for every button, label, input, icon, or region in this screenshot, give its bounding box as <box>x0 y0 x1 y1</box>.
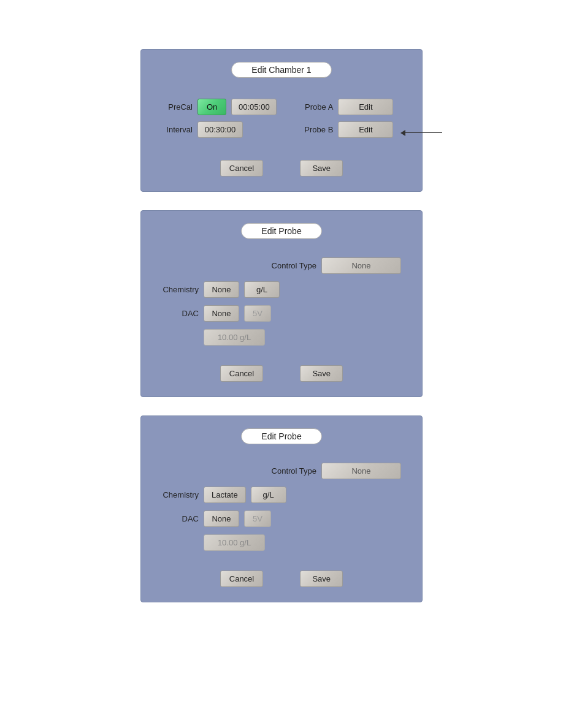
panel3-cancel-button[interactable]: Cancel <box>220 571 263 587</box>
edit-chamber-panel: Edit Chamber 1 PreCal On 00:05:00 Interv… <box>140 49 423 192</box>
panel2-value-display: 10.00 g/L <box>204 329 265 346</box>
panel3-dac-5v-button: 5V <box>244 510 271 527</box>
panel2-save-button[interactable]: Save <box>300 365 343 382</box>
panel2-chemistry-label: Chemistry <box>162 285 199 294</box>
panel2-cancel-button[interactable]: Cancel <box>220 365 263 382</box>
panel3-chem-gl-button[interactable]: g/L <box>251 487 286 503</box>
panel3-dac-label: DAC <box>162 514 199 523</box>
panel3-control-type-button[interactable]: None <box>321 463 401 479</box>
arrow-head-icon <box>400 130 405 136</box>
edit-probe-panel-1: Edit Probe Control Type None Chemistry N… <box>140 210 423 397</box>
precal-time: 00:05:00 <box>231 99 277 115</box>
panel3-chemistry-label: Chemistry <box>162 490 199 499</box>
panel2-dac-none-button[interactable]: None <box>204 305 239 322</box>
probe-a-label: Probe A <box>301 102 333 112</box>
panel1-title: Edit Chamber 1 <box>231 62 331 78</box>
panel3-control-type-label: Control Type <box>272 466 316 476</box>
arrow-line <box>405 132 442 133</box>
panel3-value-display: 10.00 g/L <box>204 534 265 551</box>
probe-b-label: Probe B <box>301 125 333 134</box>
arrow-annotation <box>400 130 442 136</box>
panel2-chem-none-button[interactable]: None <box>204 281 239 298</box>
panel3-chem-lactate-button[interactable]: Lactate <box>204 487 246 503</box>
precal-label: PreCal <box>162 102 193 112</box>
panel3-dac-none-button[interactable]: None <box>204 510 239 527</box>
probe-a-edit-button[interactable]: Edit <box>338 99 393 115</box>
interval-time: 00:30:00 <box>197 121 243 138</box>
edit-probe-panel-2: Edit Probe Control Type None Chemistry L… <box>140 415 423 602</box>
panel3-save-button[interactable]: Save <box>300 571 343 587</box>
panel1-save-button[interactable]: Save <box>300 160 343 176</box>
panel2-dac-5v-button: 5V <box>244 305 271 322</box>
panel2-control-type-button[interactable]: None <box>321 257 401 274</box>
panel2-control-type-label: Control Type <box>272 261 316 270</box>
panel3-title: Edit Probe <box>241 428 321 444</box>
panel2-chem-gl-button[interactable]: g/L <box>244 281 280 298</box>
panel2-dac-label: DAC <box>162 309 199 318</box>
precal-on-button[interactable]: On <box>197 99 226 115</box>
interval-label: Interval <box>162 125 193 134</box>
probe-b-edit-button[interactable]: Edit <box>338 121 393 138</box>
panel2-title: Edit Probe <box>241 223 321 239</box>
panel1-cancel-button[interactable]: Cancel <box>220 160 263 176</box>
